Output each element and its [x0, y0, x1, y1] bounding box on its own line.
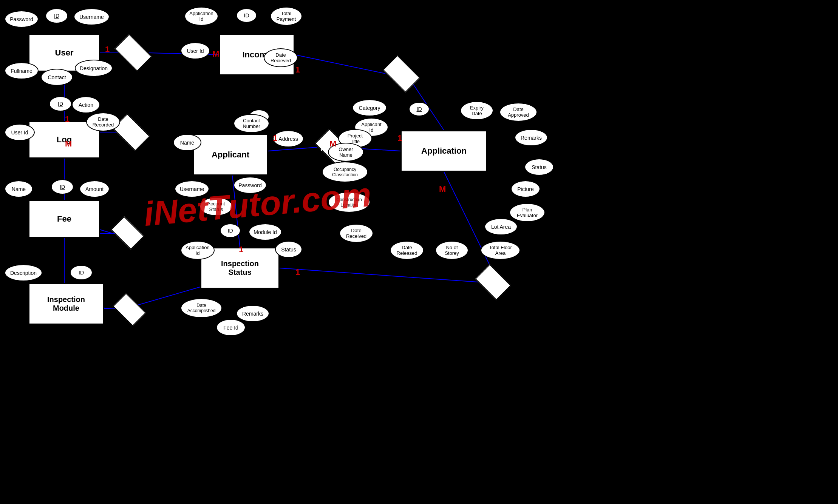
attr-applicant-contact: ContactNumber: [233, 114, 269, 133]
attr-application-category: Category: [352, 99, 387, 116]
attr-application-lotarea: Lot Area: [484, 218, 518, 235]
attr-income-totalpayment: TotalPayment: [270, 7, 302, 26]
attr-log-id: ID: [49, 96, 72, 111]
card-user-log-1: 1: [65, 114, 70, 124]
label-record-app: record: [385, 63, 417, 84]
attr-income-userid: User Id: [181, 42, 210, 59]
attr-fee-amount: Amount: [79, 180, 110, 197]
attr-application-datereceived: DateReceived: [339, 224, 373, 243]
label-has-ins-mod: has: [115, 300, 144, 319]
attr-log-userid: User Id: [5, 124, 35, 141]
attr-ins-status-feeid: Fee Id: [216, 319, 246, 336]
attr-application-planevaluator: PlanEvaluator: [509, 203, 545, 222]
attr-user-username: Username: [74, 8, 110, 25]
card-income-m: M: [212, 49, 219, 59]
card-ins-1a: 1: [239, 245, 243, 254]
card-ins-1b: 1: [295, 267, 300, 277]
attr-log-action: Action: [72, 96, 100, 113]
entity-fee: Fee: [28, 200, 100, 238]
entity-applicant: Applicant: [193, 134, 268, 176]
attr-application-dateapproved: DateApproved: [499, 103, 537, 122]
attr-ins-mod-id: ID: [70, 265, 93, 280]
attr-user-fullname: Fullname: [5, 62, 39, 79]
attr-income-appid: ApplicationId: [184, 7, 218, 26]
attr-income-datereceived: DateRecieved: [264, 48, 298, 67]
attr-user-contact: Contact: [41, 69, 73, 86]
card-log-m: M: [65, 139, 72, 149]
entity-application: Application: [400, 130, 487, 172]
card-user-report-1: 1: [105, 45, 110, 54]
attr-application-picture: Picture: [511, 180, 540, 197]
attr-application-status: Status: [524, 159, 554, 176]
attr-ins-status-dateacc: DateAccomplished: [181, 298, 222, 318]
attr-application-nostorey: No ofStorey: [435, 241, 468, 260]
attr-application-id: ID: [409, 102, 430, 116]
card-app-m: M: [439, 184, 446, 194]
label-report: report: [117, 42, 149, 63]
svg-line-11: [295, 55, 385, 74]
attr-income-id: ID: [236, 8, 257, 23]
label-record-log: record: [115, 122, 147, 143]
attr-ins-status-appid: ApplicationId: [181, 241, 215, 260]
svg-line-15: [280, 268, 478, 282]
attr-application-totalfloor: Total FloorArea: [481, 241, 520, 260]
attr-user-password: Password: [5, 11, 39, 28]
svg-line-13: [268, 147, 317, 151]
attr-application-remarks: Remarks: [515, 129, 548, 146]
attr-fee-name: Name: [5, 180, 33, 197]
entity-inspection-module: InspectionModule: [28, 283, 104, 325]
attr-applicant-name: Name: [173, 134, 201, 151]
attr-application-expiry: ExpiryDate: [460, 101, 493, 120]
card-process-m: M: [329, 139, 336, 149]
attr-ins-status-status: Status: [275, 241, 302, 258]
card-process-1: 1: [273, 133, 277, 143]
attr-applicant-address: Address: [273, 130, 304, 147]
attr-fee-id: ID: [51, 179, 74, 194]
attr-log-daterecorded: DateRecorded: [86, 113, 120, 131]
attr-ins-status-remarks: Remarks: [236, 305, 269, 322]
label-has-app: has: [478, 272, 508, 293]
label-has-fee: has: [113, 223, 142, 242]
attr-user-designation: Designation: [75, 60, 113, 77]
attr-application-datereleased: DateReleased: [390, 241, 424, 260]
card-app-1: 1: [397, 133, 402, 143]
attr-user-id: ID: [45, 8, 68, 23]
card-income-1: 1: [295, 65, 300, 75]
attr-ins-status-moduleid: Module Id: [249, 223, 282, 240]
attr-ins-mod-description: Description: [5, 264, 42, 281]
